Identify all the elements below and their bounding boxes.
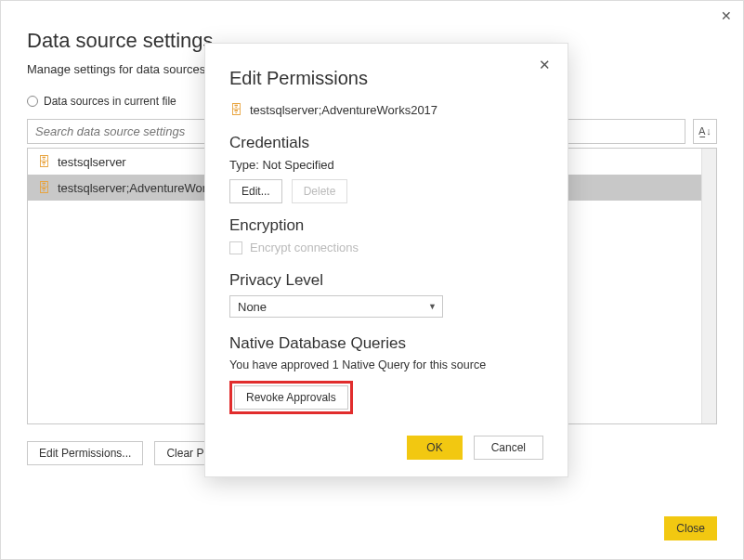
encrypt-connections-checkbox: Encrypt connections	[229, 241, 543, 254]
database-icon: 🗄	[229, 102, 242, 117]
sort-button[interactable]: A̲↓	[693, 119, 717, 144]
dialog-close-icon[interactable]: ✕	[539, 57, 551, 73]
ok-button[interactable]: OK	[407, 436, 462, 460]
dialog-source-name: testsqlserver;AdventureWorks2017	[250, 103, 437, 117]
close-button[interactable]: Close	[664, 516, 717, 540]
radio-icon	[27, 96, 38, 107]
delete-credentials-button: Delete	[292, 179, 348, 203]
revoke-highlight: Revoke Approvals	[229, 381, 353, 414]
revoke-approvals-button[interactable]: Revoke Approvals	[234, 385, 348, 410]
encryption-header: Encryption	[229, 216, 543, 235]
privacy-level-value: None	[238, 300, 267, 314]
encrypt-label: Encrypt connections	[250, 241, 359, 254]
database-icon: 🗄	[37, 180, 50, 195]
radio-label: Data sources in current file	[44, 95, 176, 108]
sort-az-icon: A̲↓	[698, 125, 711, 137]
native-queries-header: Native Database Queries	[229, 334, 543, 353]
data-source-name: testsqlserver	[58, 155, 126, 169]
edit-permissions-dialog: ✕ Edit Permissions 🗄 testsqlserver;Adven…	[204, 43, 568, 477]
credentials-header: Credentials	[229, 134, 543, 152]
cancel-button[interactable]: Cancel	[474, 436, 543, 460]
edit-credentials-button[interactable]: Edit...	[229, 179, 282, 203]
privacy-level-select[interactable]: None ▼	[229, 295, 443, 318]
chevron-down-icon: ▼	[428, 302, 437, 311]
edit-permissions-button[interactable]: Edit Permissions...	[27, 441, 143, 465]
checkbox-icon	[229, 241, 242, 254]
scrollbar[interactable]	[701, 149, 716, 423]
dialog-source-row: 🗄 testsqlserver;AdventureWorks2017	[229, 102, 543, 117]
credentials-type: Type: Not Specified	[229, 158, 543, 172]
database-icon: 🗄	[37, 154, 50, 169]
privacy-level-header: Privacy Level	[229, 271, 543, 290]
native-queries-message: You have approved 1 Native Query for thi…	[229, 358, 543, 371]
dialog-title: Edit Permissions	[229, 68, 543, 89]
window-close-icon[interactable]: ✕	[721, 8, 732, 23]
